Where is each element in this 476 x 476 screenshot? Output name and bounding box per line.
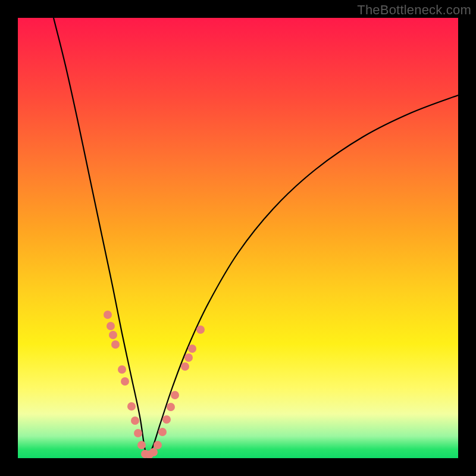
plot-area: [18, 18, 458, 458]
data-dot: [149, 448, 158, 456]
data-dots: [104, 311, 205, 458]
data-dot: [127, 402, 136, 411]
data-dot: [167, 403, 175, 411]
data-dot: [109, 331, 117, 339]
data-dot: [196, 325, 205, 334]
data-dot: [134, 429, 142, 437]
data-dot: [162, 415, 171, 424]
curve-svg: [18, 18, 458, 458]
data-dot: [107, 322, 115, 330]
data-dot: [188, 345, 196, 353]
data-dot: [104, 311, 112, 319]
data-dot: [137, 441, 146, 449]
data-dot: [171, 391, 179, 399]
data-dot: [158, 428, 167, 436]
data-dot: [181, 362, 189, 371]
data-dot: [131, 416, 139, 425]
chart-frame: TheBottleneck.com: [0, 0, 476, 476]
data-dot: [118, 365, 126, 374]
data-dot: [154, 441, 162, 449]
bottleneck-curve: [54, 18, 458, 455]
data-dot: [121, 377, 129, 386]
watermark-text: TheBottleneck.com: [357, 2, 471, 18]
data-dot: [184, 353, 193, 362]
data-dot: [111, 340, 120, 349]
